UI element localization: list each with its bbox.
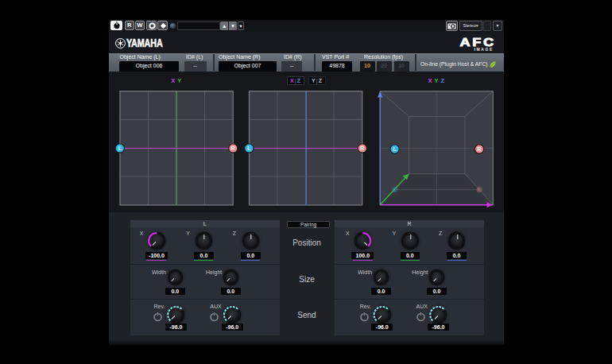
svg-text:L: L (118, 145, 122, 151)
svg-text:R: R (478, 146, 482, 152)
svg-text:R: R (478, 188, 481, 192)
svg-text:L: L (393, 146, 397, 152)
svg-text:L: L (247, 145, 250, 151)
svg-text:R: R (360, 145, 364, 151)
svg-text:R: R (231, 145, 235, 151)
